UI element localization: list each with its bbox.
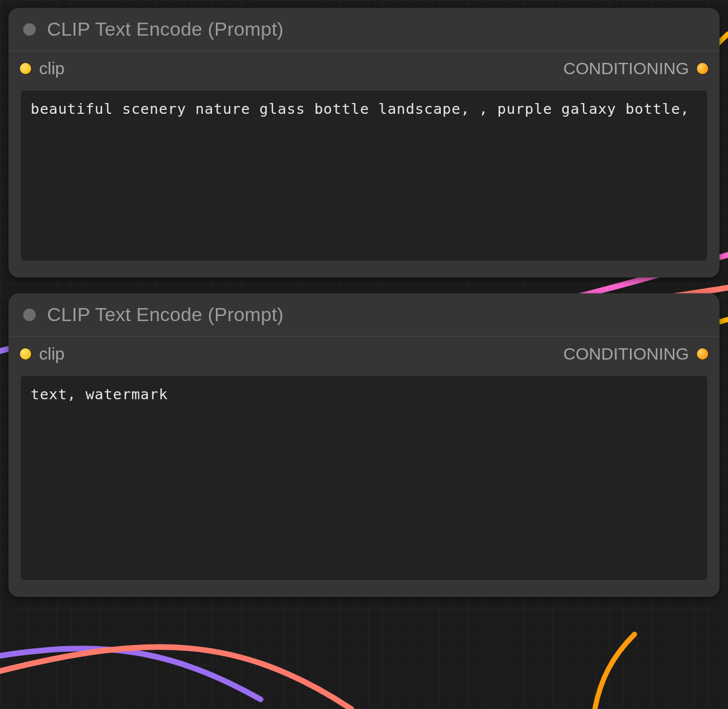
node-ports-row: clip CONDITIONING xyxy=(8,336,720,366)
port-connector-icon[interactable] xyxy=(20,63,31,74)
output-port-conditioning[interactable]: CONDITIONING xyxy=(563,344,708,364)
prompt-textarea[interactable] xyxy=(21,91,707,260)
input-port-label: clip xyxy=(39,59,65,78)
collapse-toggle-icon[interactable] xyxy=(23,23,36,36)
prompt-field-wrap xyxy=(8,366,720,597)
output-port-conditioning[interactable]: CONDITIONING xyxy=(563,59,708,78)
clip-text-encode-node[interactable]: CLIP Text Encode (Prompt) clip CONDITION… xyxy=(8,293,720,597)
node-title: CLIP Text Encode (Prompt) xyxy=(47,18,284,40)
output-port-label: CONDITIONING xyxy=(563,344,689,364)
port-connector-icon[interactable] xyxy=(20,348,31,360)
prompt-field-wrap xyxy=(8,80,720,277)
input-port-clip[interactable]: clip xyxy=(20,344,65,364)
output-port-label: CONDITIONING xyxy=(563,59,689,78)
port-connector-icon[interactable] xyxy=(697,63,708,74)
node-header[interactable]: CLIP Text Encode (Prompt) xyxy=(8,293,720,336)
node-header[interactable]: CLIP Text Encode (Prompt) xyxy=(8,8,720,51)
clip-text-encode-node[interactable]: CLIP Text Encode (Prompt) clip CONDITION… xyxy=(8,8,720,277)
prompt-textarea[interactable] xyxy=(21,376,707,580)
collapse-toggle-icon[interactable] xyxy=(23,309,36,321)
input-port-clip[interactable]: clip xyxy=(20,59,65,78)
node-title: CLIP Text Encode (Prompt) xyxy=(47,304,284,326)
input-port-label: clip xyxy=(39,344,65,364)
port-connector-icon[interactable] xyxy=(697,348,708,360)
node-ports-row: clip CONDITIONING xyxy=(8,51,720,80)
